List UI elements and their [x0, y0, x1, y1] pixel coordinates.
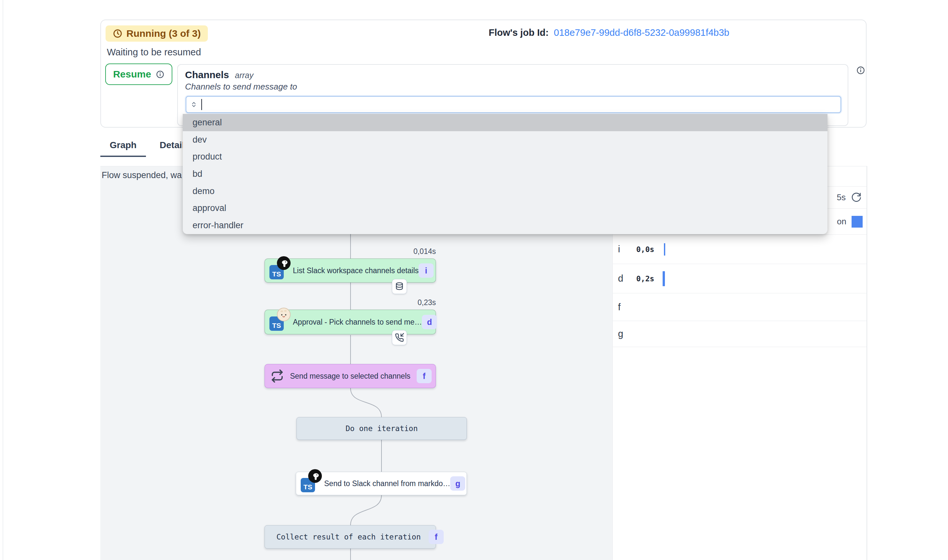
node-label: Send message to selected channels [284, 372, 417, 381]
status-card: Running (3 of 3) Flow's job Id: 018e79e7… [100, 20, 866, 128]
job-id-row: Flow's job Id: 018e79e7-99dd-d6f8-5232-0… [489, 27, 729, 38]
timeline-step-duration: 0,0s [636, 245, 654, 254]
dropdown-option-demo[interactable]: demo [183, 183, 828, 200]
clock-icon [113, 29, 122, 38]
repeat-icon [271, 369, 284, 383]
node-label: Send to Slack channel from markdo… [324, 479, 450, 488]
resume-button[interactable]: Resume [105, 63, 172, 85]
channels-dropdown: general dev product bd demo approval err… [183, 114, 828, 234]
node-forloop[interactable]: Send message to selected channels f [265, 364, 436, 388]
timeline-step-id: i [618, 244, 629, 255]
timeline-empty-space [613, 347, 866, 560]
flow-run-page: Running (3 of 3) Flow's job Id: 018e79e7… [0, 0, 948, 560]
field-name: Channels [185, 69, 229, 80]
field-header: Channels array [185, 69, 253, 80]
timeline-step-row[interactable]: i 0,0s [613, 235, 866, 264]
schema-info-icon[interactable] [856, 66, 865, 75]
node-send-to-slack[interactable]: TS Send to Slack channel from markdo… g [296, 472, 467, 495]
dropdown-option-general[interactable]: general [183, 114, 828, 131]
bun-icon [277, 307, 291, 322]
chevron-updown-icon [190, 100, 198, 109]
typescript-bun-icon: TS [270, 314, 293, 329]
timeline-step-id: g [618, 329, 629, 339]
timeline-step-row[interactable]: d 0,2s [613, 264, 866, 293]
node-list-channels[interactable]: TS List Slack workspace channels details… [265, 258, 436, 283]
job-id-label: Flow's job Id: [489, 27, 549, 38]
deno-icon [277, 256, 291, 270]
info-icon [156, 70, 165, 79]
status-badge-label: Running (3 of 3) [126, 28, 201, 39]
status-badge: Running (3 of 3) [106, 25, 208, 42]
dropdown-option-approval[interactable]: approval [183, 200, 828, 217]
dropdown-option-product[interactable]: product [183, 148, 828, 165]
job-id-link[interactable]: 018e79e7-99dd-d6f8-5232-0a99981f4b3b [554, 27, 729, 38]
step-id-badge: i [419, 263, 434, 278]
node-collect-result[interactable]: Collect result of each iteration f [265, 525, 436, 549]
typescript-deno-icon: TS [301, 476, 324, 491]
node-do-one-iteration[interactable]: Do one iteration [296, 417, 467, 440]
field-description: Channels to send message to [185, 82, 297, 92]
channels-input[interactable] [186, 96, 841, 113]
tab-graph[interactable]: Graph [100, 140, 146, 157]
cache-icon[interactable] [392, 279, 407, 294]
timeline-bar [664, 243, 665, 255]
timeline-step-id: f [618, 302, 629, 312]
dropdown-option-dev[interactable]: dev [183, 131, 828, 148]
timeline-step-duration: 0,2s [636, 274, 654, 283]
node-label: Do one iteration [297, 424, 467, 433]
resume-button-label: Resume [113, 69, 151, 80]
node-timing: 0,23s [265, 298, 436, 307]
typescript-deno-icon: TS [270, 263, 293, 278]
timeline-step-id: d [618, 273, 629, 284]
deno-icon [308, 469, 322, 483]
timeline-step-row[interactable]: f [613, 293, 866, 321]
timeline-step-row[interactable]: g [613, 321, 866, 347]
step-id-badge: f [417, 369, 432, 383]
step-id-badge: d [422, 315, 437, 329]
step-id-badge: g [450, 476, 465, 491]
node-label: Collect result of each iteration [276, 533, 421, 541]
page-left-border [3, 0, 3, 560]
dropdown-option-bd[interactable]: bd [183, 165, 828, 183]
node-label: Approval - Pick channels to send me… [293, 318, 422, 326]
waiting-status-text: Waiting to be resumed [107, 47, 201, 58]
step-id-badge: f [429, 530, 444, 544]
iteration-color-swatch [852, 216, 863, 228]
node-timing: 0,014s [265, 247, 436, 256]
text-caret [201, 99, 202, 110]
field-type: array [235, 71, 253, 80]
timeline-total-duration: 5s [837, 192, 846, 203]
phone-incoming-icon[interactable] [392, 330, 407, 345]
node-label: List Slack workspace channels details [293, 266, 419, 275]
dropdown-option-error-handler[interactable]: error-handler [183, 217, 828, 234]
node-approval[interactable]: TS Approval - Pick channels to send me… … [265, 310, 436, 334]
timeline-bar [663, 271, 665, 286]
refresh-icon[interactable] [851, 192, 861, 203]
timeline-legend-label: on [837, 217, 846, 227]
